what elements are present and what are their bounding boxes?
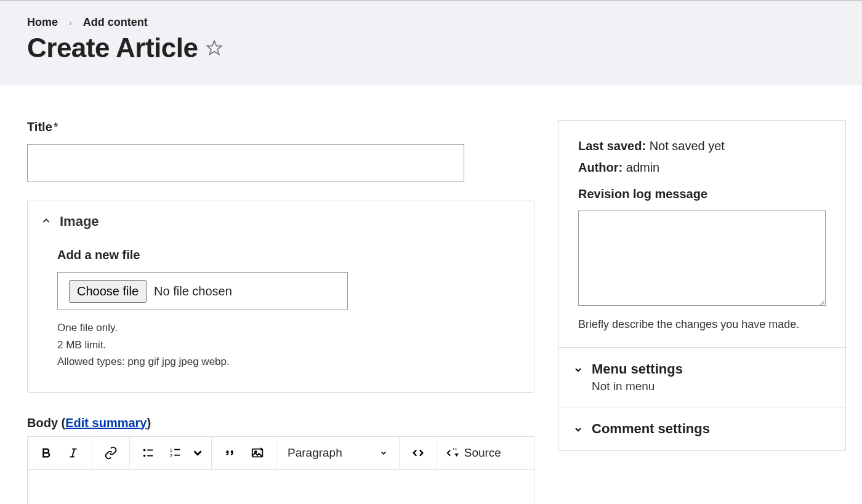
required-marker: * bbox=[54, 120, 58, 134]
revision-log-textarea[interactable] bbox=[578, 210, 826, 306]
svg-rect-7 bbox=[147, 455, 153, 456]
chevron-right-icon: › bbox=[69, 18, 72, 28]
menu-settings-title: Menu settings bbox=[592, 361, 683, 377]
page-title: Create Article bbox=[27, 33, 198, 63]
image-fieldset-toggle[interactable]: Image bbox=[28, 201, 534, 242]
image-button[interactable] bbox=[244, 439, 271, 466]
file-status: No file chosen bbox=[154, 284, 232, 298]
menu-settings-accordion[interactable]: Menu settings Not in menu bbox=[558, 347, 845, 407]
svg-point-5 bbox=[143, 454, 146, 457]
add-file-label: Add a new file bbox=[57, 248, 504, 262]
chevron-down-icon bbox=[379, 449, 388, 457]
comment-settings-title: Comment settings bbox=[592, 421, 710, 437]
main-form: Title* Image Add a new file Choose file … bbox=[27, 120, 534, 504]
svg-rect-11 bbox=[174, 454, 180, 455]
revision-log-label: Revision log message bbox=[578, 187, 826, 201]
chevron-down-icon bbox=[573, 425, 583, 434]
last-saved: Last saved: Not saved yet bbox=[578, 139, 826, 153]
favorite-star-icon[interactable] bbox=[206, 39, 223, 57]
italic-button[interactable] bbox=[60, 439, 87, 466]
image-section-label: Image bbox=[60, 214, 99, 230]
paragraph-format-select[interactable]: Paragraph bbox=[276, 437, 400, 469]
svg-rect-10 bbox=[174, 449, 180, 450]
file-help-text: One file only. 2 MB limit. Allowed types… bbox=[57, 320, 504, 370]
body-editor[interactable] bbox=[27, 470, 534, 505]
source-button[interactable]: Source bbox=[437, 437, 510, 469]
choose-file-button[interactable]: Choose file bbox=[69, 280, 147, 303]
blockquote-button[interactable] bbox=[217, 439, 244, 466]
sidebar: Last saved: Not saved yet Author: admin … bbox=[558, 120, 846, 451]
comment-settings-accordion[interactable]: Comment settings bbox=[558, 407, 845, 450]
title-input[interactable] bbox=[27, 144, 464, 182]
svg-rect-6 bbox=[147, 449, 153, 450]
breadcrumb-home[interactable]: Home bbox=[27, 16, 58, 29]
menu-settings-subtitle: Not in menu bbox=[592, 380, 683, 393]
chevron-down-icon bbox=[573, 365, 583, 375]
svg-line-3 bbox=[72, 449, 75, 457]
edit-summary-link[interactable]: Edit summary bbox=[65, 416, 147, 430]
body-label: Body (Edit summary) bbox=[27, 416, 151, 430]
numbered-list-button[interactable]: 12 bbox=[162, 439, 189, 466]
svg-marker-0 bbox=[207, 41, 221, 54]
author: Author: admin bbox=[578, 161, 826, 175]
breadcrumb: Home › Add content bbox=[27, 16, 835, 29]
svg-text:1: 1 bbox=[170, 447, 172, 453]
revision-log-description: Briefly describe the changes you have ma… bbox=[578, 318, 826, 331]
svg-point-4 bbox=[143, 449, 146, 451]
code-button[interactable] bbox=[405, 439, 432, 466]
link-button[interactable] bbox=[97, 439, 124, 466]
editor-toolbar: 12 Paragraph Source bbox=[27, 436, 534, 470]
file-input-wrapper[interactable]: Choose file No file chosen bbox=[57, 272, 348, 310]
svg-text:2: 2 bbox=[170, 453, 172, 458]
image-fieldset: Image Add a new file Choose file No file… bbox=[27, 201, 534, 393]
bold-button[interactable] bbox=[33, 439, 60, 466]
chevron-up-icon bbox=[41, 214, 51, 230]
page-header: Home › Add content Create Article bbox=[0, 0, 862, 86]
source-icon bbox=[446, 446, 459, 460]
bullet-list-button[interactable] bbox=[135, 439, 162, 466]
list-dropdown-button[interactable] bbox=[189, 439, 206, 466]
breadcrumb-add-content[interactable]: Add content bbox=[83, 16, 148, 29]
title-label: Title* bbox=[27, 120, 534, 134]
